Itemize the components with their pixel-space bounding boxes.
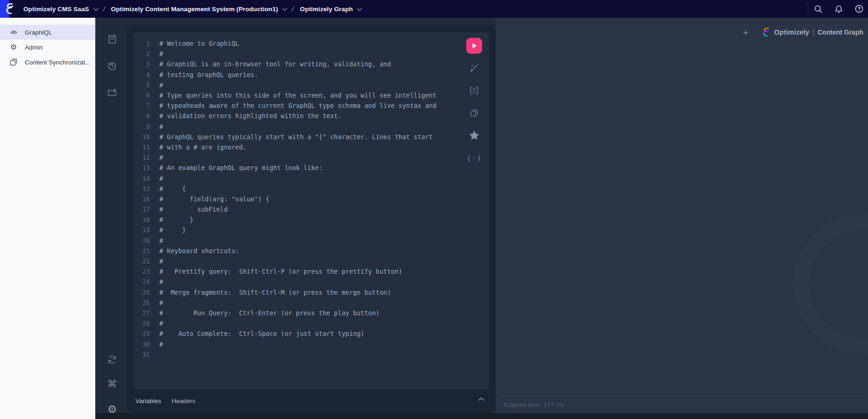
top-navigation-bar: Optimizely CMS SaaS / Optimizely Content… [0,0,868,18]
breadcrumb: Optimizely CMS SaaS / Optimizely Content… [23,0,361,18]
breadcrumb-label: Optimizely CMS SaaS [23,6,89,13]
chevron-down-icon [357,6,362,11]
editor-line: 21# Keyboard shortcuts: [133,246,460,256]
editor-line: 12# [133,152,460,163]
optimizely-color-logo-icon [761,27,771,37]
line-number: 30 [133,341,150,348]
editor-line: 1# Welcome to GraphiQL [133,38,460,49]
breadcrumb-separator: / [102,5,106,13]
add-tab-button[interactable]: + [739,26,752,39]
prettify-wand-icon[interactable] [466,60,482,76]
line-number: 16 [133,195,150,203]
editor-line: 15# { [133,184,460,194]
plugin-bottom-margin [95,413,868,419]
tab-variables[interactable]: Variables [135,398,161,405]
notifications-bell-icon[interactable] [833,4,844,14]
chevron-down-icon [93,6,98,11]
line-number: 6 [133,92,150,99]
history-icon[interactable] [104,57,121,74]
brackets-dot-icon[interactable]: (·) [466,150,482,166]
editor-line: 16# field(arg: "value") { [133,194,460,204]
editor-line: 29# Auto Complete: Ctrl-Space (or just s… [133,328,460,339]
line-number: 4 [133,71,150,78]
refetch-schema-icon[interactable] [104,351,121,368]
tab-headers[interactable]: Headers [171,398,195,405]
response-footer: Elapsed time: 177 ms [501,396,864,413]
line-number: 10 [133,133,150,141]
copy-query-icon[interactable] [466,105,482,121]
breadcrumb-label: Optimizely Content Management System (Pr… [111,6,278,13]
editor-line: 18# } [133,214,460,225]
merge-fragments-icon[interactable] [466,83,482,99]
code-text: # validation errors highlighted within t… [150,112,342,120]
sidebar-item-label: Admin [25,44,43,51]
collapse-chevron-up-icon[interactable] [478,397,484,401]
brand-name: Optimizely [774,28,809,36]
addons-sidebar: </> GraphiQL ⚙ Admin Content Synchroniza… [0,18,95,419]
code-text: # [150,299,163,306]
query-editor[interactable]: 1# Welcome to GraphiQL2#3# GraphiQL is a… [133,32,489,389]
code-text: # [150,175,163,182]
line-number: 29 [133,330,150,337]
breadcrumb-item-optimizely-graph[interactable]: Optimizely Graph [300,6,361,13]
editor-line: 4# testing GraphQL queries. [133,70,460,80]
code-text: # } [150,216,193,223]
execute-query-button[interactable] [466,38,482,54]
editor-line: 22# [133,256,460,266]
sidebar-item-content-synchronization[interactable]: Content Synchronizat... [0,55,95,70]
code-text: # GraphQL queries typically start with a… [150,133,433,141]
line-number: 22 [133,257,150,265]
editor-line: 7# typeaheads aware of the current Graph… [133,100,460,111]
code-text: # An example GraphQL query might look li… [150,164,323,171]
breadcrumb-item-cms-saas[interactable]: Optimizely CMS SaaS [23,6,97,13]
line-number: 18 [133,216,150,223]
editor-line: 11# with a # are ignored. [133,142,460,152]
sidebar-item-graphiql[interactable]: </> GraphiQL [0,25,95,40]
editor-line: 2# [133,49,460,59]
content-graph-logo: Optimizely | Content Graph [761,27,863,37]
response-header: + Optimizely | Content Graph [496,18,868,47]
breadcrumb-item-cms-instance[interactable]: Optimizely Content Management System (Pr… [111,6,286,13]
brand-divider: | [812,28,814,36]
editor-line: 27# Run Query: Ctrl-Enter (or press the … [133,308,460,318]
gear-icon: ⚙ [9,43,18,52]
editor-line: 13# An example GraphQL query might look … [133,163,460,173]
code-text: # Welcome to GraphiQL [150,40,239,47]
code-text: # with a # are ignored. [150,143,247,151]
line-number: 9 [133,123,150,130]
line-number: 24 [133,278,150,285]
breadcrumb-label: Optimizely Graph [300,6,353,13]
sidebar-item-label: GraphiQL [25,29,52,36]
line-number: 26 [133,299,150,306]
help-icon[interactable]: ? [854,4,864,14]
editor-line: 8# validation errors highlighted within … [133,111,460,121]
response-pane: + Optimizely | Content Graph Elapsed tim… [496,18,868,413]
optimizely-logo-icon[interactable] [3,2,16,15]
editor-line: 23# Prettify query: Shift-Ctrl-P (or pre… [133,266,460,277]
editor-line: 28# [133,318,460,328]
code-text: # [150,278,163,285]
code-text: # [150,81,163,89]
search-icon[interactable] [813,4,823,14]
shortcut-keys-icon[interactable]: ⌘ [104,376,121,392]
editor-line: 6# Type queries into this side of the sc… [133,90,460,100]
folder-add-icon[interactable] [104,84,121,101]
line-number: 3 [133,60,150,68]
docs-icon[interactable] [104,31,121,48]
code-text: # Prettify query: Shift-Ctrl-P (or press… [150,268,402,275]
sidebar-item-admin[interactable]: ⚙ Admin [0,40,95,55]
star-favorite-icon[interactable] [466,128,482,143]
line-number: 20 [133,237,150,244]
line-number: 2 [133,50,150,57]
graphiql-sidebar: ⌘ ⚙ [95,18,127,419]
topbar-actions: ? [813,0,864,18]
editor-line: 24# [133,277,460,287]
elapsed-time-label: Elapsed time: 177 ms [501,401,564,408]
code-icon: </> [9,28,18,37]
sidebar-item-label: Content Synchronizat... [25,59,90,66]
topbar-divider [808,3,808,15]
line-number: 25 [133,289,150,296]
code-text: # Auto Complete: Ctrl-Space (or just sta… [150,330,364,337]
copy-icon [9,57,18,67]
editor-line: 30# [133,339,460,349]
